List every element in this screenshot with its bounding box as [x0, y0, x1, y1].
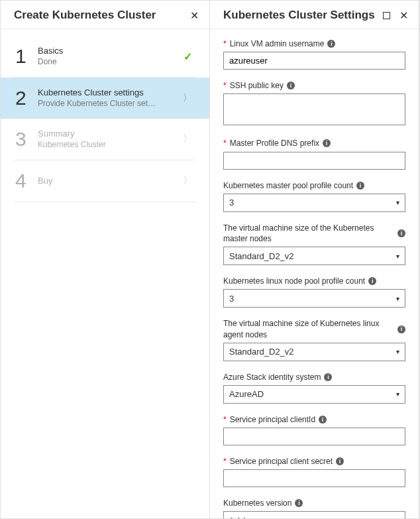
label-node-count: Kubernetes linux node pool profile count — [223, 276, 365, 286]
label-dns-prefix: Master Profile DNS prefix — [230, 138, 319, 148]
label-k8s-version: Kubernetes version — [223, 498, 291, 508]
info-icon[interactable]: i — [287, 82, 295, 89]
required-indicator: * — [223, 38, 227, 49]
label-linux-admin: Linux VM admin username — [230, 38, 325, 49]
settings-form-panel: Kubernetes Cluster Settings ✕ *Linux VM … — [210, 1, 419, 518]
info-icon[interactable]: i — [324, 373, 332, 381]
step-cluster-settings[interactable]: 2 Kubernetes Cluster settings Provide Ku… — [1, 78, 209, 119]
form-body: *Linux VM admin usernamei *SSH public ke… — [210, 29, 419, 518]
right-panel-header: Kubernetes Cluster Settings ✕ — [210, 1, 419, 29]
info-icon[interactable]: i — [397, 229, 405, 237]
info-icon[interactable]: i — [356, 182, 364, 190]
sp-clientid-input[interactable] — [223, 428, 405, 445]
left-panel-header: Create Kubernetes Cluster ✕ — [1, 1, 209, 29]
info-icon[interactable]: i — [327, 40, 335, 48]
info-icon[interactable]: i — [295, 499, 303, 507]
info-icon[interactable]: i — [397, 325, 405, 333]
chevron-down-icon: ▾ — [396, 295, 399, 302]
step-subtitle: Done — [38, 57, 157, 68]
right-panel-title: Kubernetes Cluster Settings — [223, 9, 375, 22]
step-subtitle: Kubernetes Cluster — [38, 140, 157, 150]
step-number: 3 — [15, 128, 38, 150]
chevron-down-icon: ▾ — [396, 517, 399, 518]
step-subtitle: Provide Kubernetes Cluster settin… — [38, 99, 157, 109]
step-number: 4 — [15, 170, 38, 192]
dns-prefix-input[interactable] — [223, 152, 405, 170]
chevron-down-icon: ▾ — [396, 199, 399, 206]
label-identity: Azure Stack identity system — [223, 372, 321, 382]
check-icon: ✓ — [184, 50, 192, 63]
chevron-down-icon: ▾ — [396, 390, 399, 398]
chevron-right-icon: 〉 — [183, 175, 192, 187]
maximize-icon[interactable] — [383, 12, 390, 19]
step-buy[interactable]: 4 Buy 〉 — [14, 160, 196, 202]
info-icon[interactable]: i — [323, 139, 331, 147]
label-master-count: Kubernetes master pool profile count — [223, 180, 353, 191]
required-indicator: * — [223, 80, 227, 91]
step-title: Buy — [38, 176, 183, 187]
chevron-down-icon: ▾ — [396, 348, 399, 355]
step-summary[interactable]: 3 Summary Kubernetes Cluster 〉 — [14, 119, 196, 160]
master-count-select[interactable]: 3▾ — [223, 194, 405, 212]
k8s-version-select[interactable]: 1.14▾ — [223, 511, 405, 518]
label-master-size: The virtual machine size of the Kubernet… — [223, 223, 394, 244]
required-indicator: * — [223, 414, 227, 425]
step-list: 1 Basics Done ✓ 2 Kubernetes Cluster set… — [1, 29, 209, 202]
step-title: Summary — [38, 129, 183, 140]
step-basics[interactable]: 1 Basics Done ✓ — [14, 36, 196, 78]
master-size-select[interactable]: Standard_D2_v2▾ — [223, 247, 405, 265]
label-node-size: The virtual machine size of Kubernetes l… — [223, 318, 394, 339]
label-sp-clientid: Service principal clientId — [230, 414, 315, 425]
close-icon[interactable]: ✕ — [190, 9, 199, 22]
label-sp-secret: Service principal client secret — [230, 456, 333, 467]
node-size-select[interactable]: Standard_D2_v2▾ — [223, 343, 405, 361]
chevron-right-icon: 〉 — [183, 133, 192, 145]
chevron-down-icon: ▾ — [396, 253, 399, 260]
step-number: 2 — [15, 87, 38, 109]
info-icon[interactable]: i — [368, 277, 376, 285]
step-number: 1 — [15, 45, 38, 68]
info-icon[interactable]: i — [336, 457, 344, 465]
chevron-right-icon: 〉 — [183, 92, 192, 104]
identity-select[interactable]: AzureAD▾ — [223, 385, 405, 404]
node-count-select[interactable]: 3▾ — [223, 289, 405, 308]
required-indicator: * — [223, 138, 227, 148]
label-ssh-key: SSH public key — [230, 80, 284, 91]
linux-admin-input[interactable] — [223, 52, 405, 70]
wizard-steps-panel: Create Kubernetes Cluster ✕ 1 Basics Don… — [1, 1, 210, 518]
sp-secret-input[interactable] — [223, 469, 405, 487]
info-icon[interactable]: i — [319, 416, 327, 424]
required-indicator: * — [223, 456, 227, 467]
step-title: Basics — [38, 46, 184, 57]
step-title: Kubernetes Cluster settings — [38, 87, 183, 99]
ssh-key-input[interactable] — [223, 93, 405, 125]
left-panel-title: Create Kubernetes Cluster — [14, 9, 156, 22]
close-icon[interactable]: ✕ — [399, 9, 408, 22]
